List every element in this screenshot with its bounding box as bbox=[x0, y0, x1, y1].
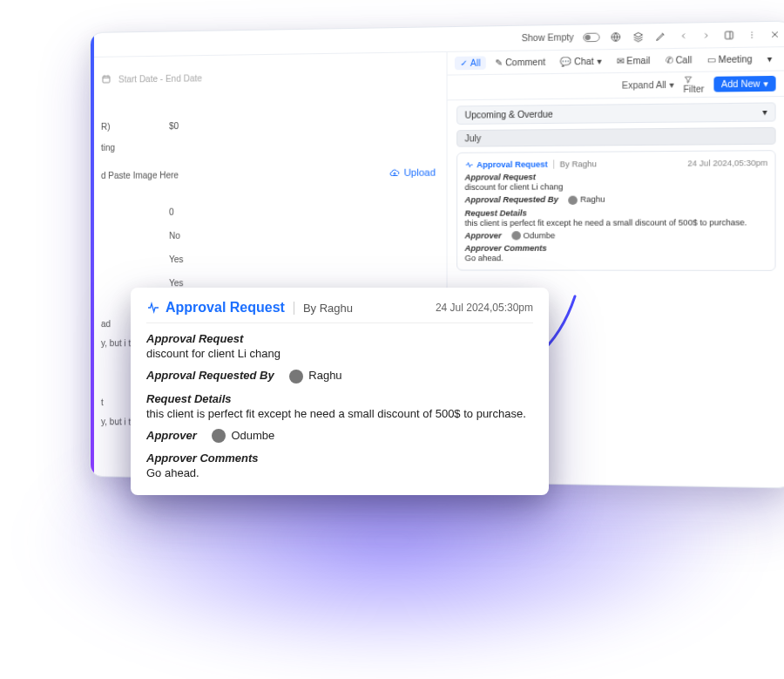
value-requested-by: Raghu bbox=[580, 194, 605, 203]
panel-icon[interactable] bbox=[722, 28, 735, 41]
label-request-details: Request Details bbox=[465, 207, 768, 217]
tab-email[interactable]: ✉Email bbox=[611, 54, 656, 68]
tab-call[interactable]: ✆Call bbox=[659, 53, 698, 67]
calendar-icon bbox=[101, 74, 112, 85]
value-request-details: this client is perfect fit except he nee… bbox=[146, 407, 533, 420]
truncated-label-t: t bbox=[101, 397, 104, 407]
avatar bbox=[289, 370, 303, 384]
truncated-label-ting: ting bbox=[101, 143, 115, 153]
value-request-details: this client is perfect fit except he nee… bbox=[465, 218, 768, 227]
pencil-icon[interactable] bbox=[654, 30, 667, 43]
meeting-icon: ▭ bbox=[707, 55, 716, 65]
field-value: No bbox=[169, 231, 183, 241]
chevron-down-icon: ▾ bbox=[763, 107, 767, 118]
comment-icon: ✎ bbox=[495, 58, 502, 67]
svg-point-3 bbox=[751, 34, 752, 35]
callout-title: Approval Request bbox=[146, 300, 285, 316]
value-approval-request: discount for client Li chang bbox=[465, 181, 768, 192]
date-range-input[interactable]: Start Date - End Date bbox=[118, 73, 202, 84]
layers-icon[interactable] bbox=[632, 30, 645, 43]
callout-timestamp: 24 Jul 2024,05:30pm bbox=[436, 302, 533, 314]
chevron-left-icon[interactable] bbox=[677, 29, 690, 42]
label-requested-by: Approval Requested By bbox=[465, 195, 559, 205]
field-value: Yes bbox=[169, 255, 183, 264]
more-vertical-icon[interactable] bbox=[745, 28, 758, 41]
label-approver: Approver bbox=[146, 429, 197, 442]
activity-icon: ✓ bbox=[460, 58, 467, 68]
label-approval-request: Approval Request bbox=[146, 332, 533, 345]
avatar bbox=[511, 231, 521, 240]
section-upcoming-overdue[interactable]: Upcoming & Overdue ▾ bbox=[456, 102, 776, 125]
value-requested-by: Raghu bbox=[308, 369, 341, 382]
card-timestamp: 24 Jul 2024,05:30pm bbox=[687, 159, 767, 168]
pulse-icon bbox=[465, 160, 475, 169]
value-approver-comments: Go ahead. bbox=[465, 254, 768, 263]
label-approval-request: Approval Request bbox=[465, 171, 768, 181]
avatar bbox=[212, 429, 226, 443]
approval-request-callout: Approval Request By Raghu 24 Jul 2024,05… bbox=[131, 288, 549, 495]
truncated-label-ad: ad bbox=[101, 319, 111, 329]
activity-controls: Expand All ▾ Filter Add New ▾ bbox=[448, 71, 784, 101]
label-approver-comments: Approver Comments bbox=[146, 452, 533, 465]
callout-byline: By Raghu bbox=[294, 302, 353, 315]
paste-image-placeholder[interactable]: d Paste Image Here bbox=[101, 170, 179, 180]
call-icon: ✆ bbox=[666, 55, 673, 65]
label-approver: Approver bbox=[465, 231, 502, 240]
add-new-button[interactable]: Add New ▾ bbox=[713, 76, 776, 92]
expand-all-button[interactable]: Expand All ▾ bbox=[622, 80, 673, 91]
svg-point-4 bbox=[751, 37, 752, 37]
tab-comment[interactable]: ✎Comment bbox=[490, 55, 551, 69]
upload-button[interactable]: Upload bbox=[389, 166, 436, 178]
tab-meeting[interactable]: ▭Meeting bbox=[701, 52, 758, 67]
amount-value: $0 bbox=[169, 121, 179, 131]
approval-request-pill: Approval Request bbox=[465, 160, 548, 169]
tab-all[interactable]: ✓All bbox=[455, 56, 486, 70]
approval-request-card[interactable]: Approval Request By Raghu 24 Jul 2024,05… bbox=[456, 150, 776, 271]
upload-icon bbox=[389, 167, 400, 178]
svg-point-2 bbox=[751, 31, 752, 32]
chevron-down-icon: ▾ bbox=[767, 54, 772, 65]
chevron-down-icon: ▾ bbox=[597, 57, 601, 66]
filter-button[interactable]: Filter bbox=[683, 75, 704, 94]
value-approver: Odumbe bbox=[524, 231, 556, 240]
tab-more[interactable]: ▾ bbox=[762, 52, 779, 66]
label-request-details: Request Details bbox=[146, 392, 533, 405]
section-month[interactable]: July bbox=[456, 127, 776, 147]
filter-icon bbox=[683, 75, 693, 85]
label-requested-by: Approval Requested By bbox=[146, 369, 274, 382]
truncated-label-r: R) bbox=[101, 122, 111, 132]
upload-label: Upload bbox=[404, 166, 436, 178]
globe-icon[interactable] bbox=[609, 31, 622, 44]
value-approval-request: discount for client Li chang bbox=[146, 347, 533, 360]
email-icon: ✉ bbox=[616, 56, 624, 66]
chat-icon: 💬 bbox=[560, 57, 571, 67]
svg-rect-1 bbox=[726, 31, 733, 39]
svg-rect-5 bbox=[103, 76, 110, 83]
avatar bbox=[568, 195, 578, 204]
close-icon[interactable] bbox=[768, 28, 781, 41]
field-value: Yes bbox=[169, 278, 183, 288]
pulse-icon bbox=[146, 301, 160, 315]
label-approver-comments: Approver Comments bbox=[465, 244, 768, 254]
field-value: 0 bbox=[169, 207, 183, 217]
value-approver: Odumbe bbox=[231, 429, 274, 442]
card-byline: By Raghu bbox=[553, 160, 597, 169]
value-approver-comments: Go ahead. bbox=[146, 466, 533, 479]
tab-chat[interactable]: 💬Chat▾ bbox=[555, 54, 607, 68]
show-empty-label: Show Empty bbox=[522, 32, 574, 43]
chevron-right-icon[interactable] bbox=[700, 29, 713, 42]
show-empty-toggle[interactable] bbox=[583, 32, 599, 42]
